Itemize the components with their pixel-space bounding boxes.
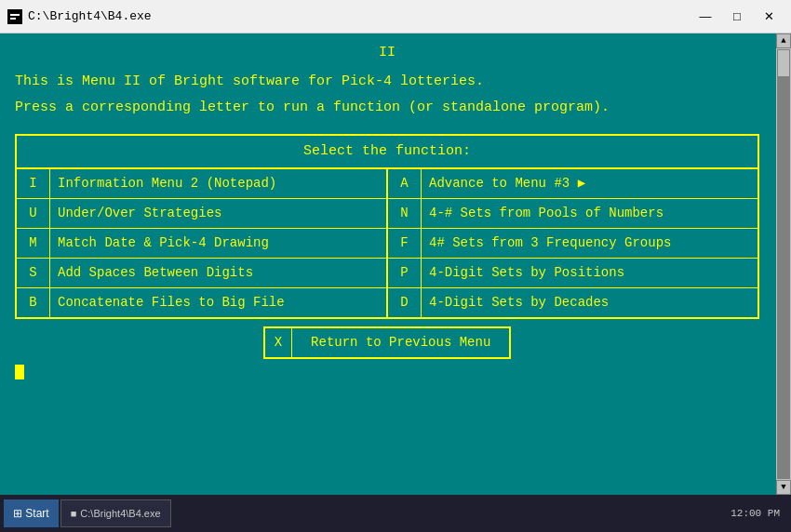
menu-label-P[interactable]: 4-Digit Sets by Positions bbox=[422, 259, 757, 287]
maximize-button[interactable]: □ bbox=[722, 6, 752, 28]
app-icon bbox=[7, 9, 22, 24]
table-row[interactable]: N 4-# Sets from Pools of Numbers bbox=[388, 199, 757, 229]
menu-label-M[interactable]: Match Date & Pick-4 Drawing bbox=[50, 229, 386, 258]
menu-col-left: I Information Menu 2 (Notepad) U Under/O… bbox=[17, 169, 388, 317]
menu-key-N[interactable]: N bbox=[388, 199, 422, 228]
table-row[interactable]: I Information Menu 2 (Notepad) bbox=[17, 169, 386, 199]
menu-label-F[interactable]: 4# Sets from 3 Frequency Groups bbox=[422, 229, 757, 258]
menu-label-B[interactable]: Concatenate Files to Big File bbox=[50, 288, 386, 317]
window: C:\Bright4\B4.exe — □ ✕ II This is Menu … bbox=[0, 0, 791, 532]
menu-box-header: Select the function: bbox=[17, 136, 757, 170]
return-key[interactable]: X bbox=[265, 328, 292, 357]
menu-label-U[interactable]: Under/Over Strategies bbox=[50, 199, 386, 228]
menu-key-I[interactable]: I bbox=[17, 169, 50, 198]
menu-col-right: A Advance to Menu #3 ▶ N 4-# Sets from P… bbox=[388, 169, 757, 317]
menu-key-M[interactable]: M bbox=[17, 229, 50, 258]
menu-key-D[interactable]: D bbox=[388, 288, 422, 317]
taskbar-clock: 12:00 PM bbox=[723, 508, 787, 519]
table-row[interactable]: A Advance to Menu #3 ▶ bbox=[388, 169, 757, 199]
scrollbar[interactable]: ▲ ▼ bbox=[776, 33, 791, 495]
scroll-track[interactable] bbox=[777, 49, 790, 479]
scroll-thumb[interactable] bbox=[777, 49, 790, 77]
menu-description-1: This is Menu II of Bright software for P… bbox=[15, 72, 759, 93]
taskbar-app-button[interactable]: ■ C:\Bright4\B4.exe bbox=[60, 499, 171, 527]
svg-rect-1 bbox=[10, 14, 20, 16]
window-title: C:\Bright4\B4.exe bbox=[28, 9, 152, 23]
scroll-down-arrow[interactable]: ▼ bbox=[776, 480, 791, 495]
table-row[interactable]: U Under/Over Strategies bbox=[17, 199, 386, 229]
titlebar-controls: — □ ✕ bbox=[690, 6, 784, 28]
menu-key-B[interactable]: B bbox=[17, 288, 50, 317]
menu-columns: I Information Menu 2 (Notepad) U Under/O… bbox=[17, 169, 757, 317]
bottom-row: X Return to Previous Menu bbox=[15, 326, 759, 359]
cursor-line bbox=[15, 365, 759, 379]
menu-label-N[interactable]: 4-# Sets from Pools of Numbers bbox=[422, 199, 757, 228]
table-row[interactable]: P 4-Digit Sets by Positions bbox=[388, 259, 757, 288]
table-row[interactable]: B Concatenate Files to Big File bbox=[17, 288, 386, 317]
menu-key-A[interactable]: A bbox=[388, 169, 422, 198]
menu-key-S[interactable]: S bbox=[17, 259, 50, 287]
taskbar: ⊞ Start ■ C:\Bright4\B4.exe 12:00 PM bbox=[0, 495, 791, 532]
menu-key-U[interactable]: U bbox=[17, 199, 50, 228]
cursor-block bbox=[15, 365, 24, 379]
return-label[interactable]: Return to Previous Menu bbox=[292, 328, 509, 357]
menu-title: II bbox=[15, 43, 759, 64]
scroll-up-arrow[interactable]: ▲ bbox=[776, 33, 791, 48]
menu-label-I[interactable]: Information Menu 2 (Notepad) bbox=[50, 169, 386, 198]
menu-key-P[interactable]: P bbox=[388, 259, 422, 287]
table-row[interactable]: D 4-Digit Sets by Decades bbox=[388, 288, 757, 317]
menu-key-F[interactable]: F bbox=[388, 229, 422, 258]
taskbar-start-button[interactable]: ⊞ Start bbox=[4, 499, 59, 527]
terminal-area: II This is Menu II of Bright software fo… bbox=[0, 33, 791, 495]
taskbar-app-label: C:\Bright4\B4.exe bbox=[80, 508, 160, 519]
svg-rect-2 bbox=[10, 18, 16, 20]
menu-box: Select the function: I Information Menu … bbox=[15, 134, 759, 320]
return-box[interactable]: X Return to Previous Menu bbox=[263, 326, 512, 359]
menu-label-D[interactable]: 4-Digit Sets by Decades bbox=[422, 288, 757, 317]
titlebar-left: C:\Bright4\B4.exe bbox=[7, 9, 152, 24]
menu-label-A[interactable]: Advance to Menu #3 ▶ bbox=[422, 169, 757, 198]
titlebar: C:\Bright4\B4.exe — □ ✕ bbox=[0, 0, 791, 33]
table-row[interactable]: F 4# Sets from 3 Frequency Groups bbox=[388, 229, 757, 259]
menu-label-S[interactable]: Add Spaces Between Digits bbox=[50, 259, 386, 287]
svg-rect-0 bbox=[8, 10, 21, 23]
taskbar-app-icon: ■ bbox=[71, 508, 77, 519]
terminal-content: II This is Menu II of Bright software fo… bbox=[15, 43, 776, 485]
table-row[interactable]: S Add Spaces Between Digits bbox=[17, 259, 386, 288]
menu-description-2: Press a corresponding letter to run a fu… bbox=[15, 98, 759, 119]
close-button[interactable]: ✕ bbox=[754, 6, 784, 28]
table-row[interactable]: M Match Date & Pick-4 Drawing bbox=[17, 229, 386, 259]
minimize-button[interactable]: — bbox=[690, 6, 720, 28]
